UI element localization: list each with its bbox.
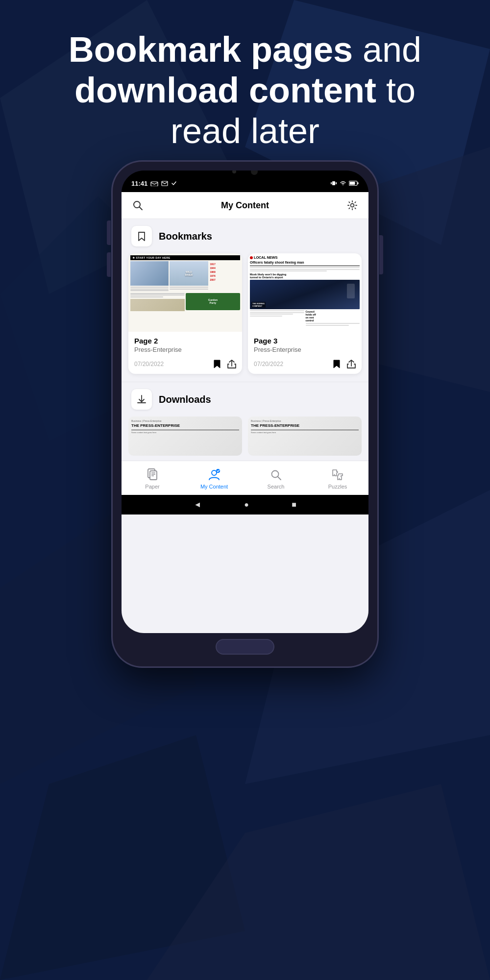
android-recents-button[interactable]: ■ — [292, 500, 296, 509]
search-nav-icon — [269, 468, 283, 482]
bookmarks-grid: ★ START YOUR DAY HERE — [122, 251, 368, 382]
vibrate-icon — [330, 180, 337, 186]
app-header: My Content — [122, 192, 368, 219]
svg-rect-14 — [350, 182, 355, 185]
gmail-icon — [161, 180, 168, 186]
downloads-icon — [131, 389, 152, 410]
card-page-2: Page 3 — [254, 337, 356, 345]
settings-button[interactable] — [346, 199, 359, 212]
downloads-label: Downloads — [159, 394, 211, 405]
nav-puzzles-label: Puzzles — [328, 484, 347, 490]
app-screen: My Content Bookmarks — [122, 192, 368, 633]
bookmark-action-2[interactable] — [332, 359, 341, 369]
bookmarks-label: Bookmarks — [159, 231, 212, 242]
card-footer-2: 07/20/2022 — [248, 357, 362, 374]
bookmarks-icon — [131, 226, 152, 246]
hero-normal-1: and — [353, 30, 421, 69]
bookmark-action-1[interactable] — [213, 359, 221, 369]
share-action-1[interactable] — [227, 359, 236, 369]
android-nav: ◄ ● ■ — [122, 495, 368, 514]
bookmark-card-2[interactable]: LOCAL NEWS Officers fatally shoot fleein… — [248, 253, 362, 374]
nav-mycontent-label: My Content — [200, 484, 228, 490]
svg-rect-19 — [150, 471, 157, 480]
card-actions-2 — [332, 359, 356, 369]
svg-marker-7 — [147, 784, 490, 980]
nav-search-label: Search — [268, 484, 285, 490]
hero-line3: read later — [171, 111, 319, 150]
nav-paper-label: Paper — [145, 484, 159, 490]
card-info-1: Page 2 Press-Enterprise — [128, 332, 242, 357]
nav-search[interactable]: Search — [245, 468, 307, 490]
status-bar: 11:41 — [122, 174, 368, 192]
card-footer-1: 07/20/2022 — [128, 357, 242, 374]
volume-down-button — [107, 252, 111, 277]
card-pub-1: Press-Enterprise — [134, 346, 236, 353]
downloads-grid: Business | Press-Enterprise THE PRESS-EN… — [122, 415, 368, 461]
card-date-2: 07/20/2022 — [254, 361, 283, 368]
phone-mockup: 11:41 — [113, 162, 377, 666]
card-actions-1 — [213, 359, 236, 369]
app-title: My Content — [221, 200, 269, 211]
nav-puzzles[interactable]: Puzzles — [307, 468, 368, 490]
card-thumbnail-2: LOCAL NEWS Officers fatally shoot fleein… — [248, 253, 362, 332]
svg-point-23 — [212, 470, 217, 475]
share-action-2[interactable] — [347, 359, 356, 369]
battery-icon — [349, 180, 359, 186]
downloads-header: Downloads — [122, 382, 368, 415]
hero-bold-1: Bookmark pages — [69, 30, 353, 69]
paper-icon — [146, 468, 159, 482]
my-content-icon — [207, 468, 221, 482]
power-button — [379, 235, 383, 274]
check-icon — [171, 180, 177, 186]
puzzle-icon — [331, 468, 344, 482]
svg-rect-15 — [358, 182, 359, 184]
home-indicator[interactable] — [216, 639, 274, 655]
volume-up-button — [107, 220, 111, 245]
svg-point-17 — [351, 204, 354, 207]
card-info-2: Page 3 Press-Enterprise — [248, 332, 362, 357]
nav-my-content[interactable]: My Content — [183, 468, 245, 490]
download-thumb-1[interactable]: Business | Press-Enterprise THE PRESS-EN… — [128, 416, 242, 456]
card-thumbnail-1: ★ START YOUR DAY HERE — [128, 253, 242, 332]
card-pub-2: Press-Enterprise — [254, 346, 356, 353]
android-back-button[interactable]: ◄ — [194, 500, 201, 509]
phone-bottom-area — [122, 633, 368, 658]
card-date-1: 07/20/2022 — [134, 361, 164, 368]
card-page-1: Page 2 — [134, 337, 236, 345]
svg-rect-10 — [332, 181, 335, 185]
svg-point-24 — [216, 469, 220, 473]
android-home-button[interactable]: ● — [244, 500, 249, 509]
notification-icon — [150, 180, 158, 186]
bookmark-card-1[interactable]: ★ START YOUR DAY HERE — [128, 253, 242, 374]
bottom-nav: Paper My Content — [122, 461, 368, 495]
hero-normal-2: to — [376, 71, 416, 110]
wifi-icon — [340, 180, 346, 186]
svg-rect-11 — [331, 182, 332, 184]
bookmarks-header: Bookmarks — [122, 219, 368, 251]
svg-rect-12 — [336, 182, 337, 184]
search-button[interactable] — [131, 199, 144, 212]
news2-header: ★ START YOUR DAY HERE — [130, 255, 240, 260]
nav-paper[interactable]: Paper — [122, 468, 183, 490]
hero-section: Bookmark pages and download content to r… — [0, 29, 490, 151]
status-time: 11:41 — [131, 180, 147, 187]
hero-bold-2: download content — [74, 71, 376, 110]
camera-sensor-left — [232, 171, 236, 173]
svg-marker-6 — [0, 735, 245, 980]
download-thumb-2[interactable]: Business | Press-Enterprise THE PRESS-EN… — [248, 416, 362, 456]
